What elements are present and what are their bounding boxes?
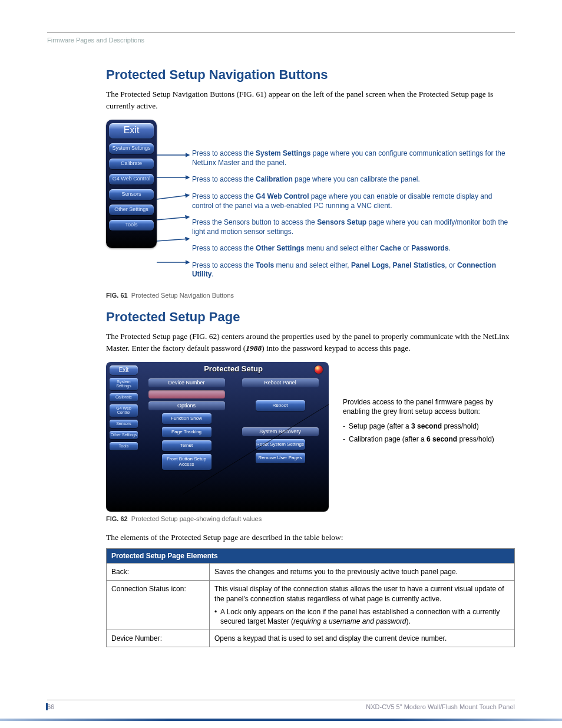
figure-62: Exit System Settings Calibrate G4 Web Co… [106, 362, 515, 512]
heading-nav-buttons: Protected Setup Navigation Buttons [106, 67, 515, 83]
setup-window-title: Protected Setup [204, 364, 263, 373]
setup-side-g4web[interactable]: G4 Web Control [110, 404, 138, 417]
nav-panel: Exit System Settings Calibrate G4 Web Co… [106, 120, 157, 248]
callout-setup-page: Setup page (after a 3 second press/hold) [343, 421, 515, 431]
options-header: Options [148, 401, 225, 410]
nav-exit-button[interactable]: Exit [109, 123, 154, 139]
svg-line-4 [157, 239, 189, 241]
table-row: Back: Saves the changes and returns you … [107, 564, 515, 581]
remove-user-pages-button[interactable]: Remove User Pages [256, 453, 305, 463]
nav-descriptions: Press to access the System Settings page… [192, 120, 515, 287]
setup-side-sensors[interactable]: Sensors [110, 420, 138, 428]
desc-system-settings: Press to access the System Settings page… [192, 149, 515, 167]
figure-61: Exit System Settings Calibrate G4 Web Co… [106, 120, 515, 287]
reset-system-settings-button[interactable]: Reset System Settings [256, 439, 305, 450]
protected-setup-window: Exit System Settings Calibrate G4 Web Co… [106, 362, 329, 512]
para-nav-intro: The Protected Setup Navigation Buttons (… [106, 88, 515, 111]
front-button-setup-access[interactable]: Front Button Setup Access [162, 454, 211, 470]
table-row: Device Number: Opens a keypad that is us… [107, 630, 515, 647]
callout-calibration-page: Calibration page (after a 6 second press… [343, 434, 515, 444]
reboot-panel-header: Reboot Panel [242, 378, 319, 387]
fig62-callout: Provides access to the panel firmware pa… [343, 362, 515, 512]
svg-line-3 [157, 217, 189, 220]
product-name: NXD-CV5 5" Modero Wall/Flush Mount Touch… [366, 703, 515, 710]
system-recovery-header: System Recovery [242, 427, 319, 436]
desc-other-settings: Press to access the Other Settings menu … [192, 244, 515, 253]
elements-table: Protected Setup Page Elements Back: Save… [106, 548, 515, 647]
nav-calibrate[interactable]: Calibrate [109, 159, 154, 169]
running-header: Firmware Pages and Descriptions [47, 37, 515, 44]
device-number-field[interactable] [148, 390, 225, 398]
device-number-header: Device Number [148, 378, 225, 387]
nav-tools[interactable]: Tools [109, 220, 154, 230]
page-number: 66 [47, 703, 54, 710]
desc-sensors: Press the Sensors button to access the S… [192, 218, 515, 236]
desc-tools: Press to access the Tools menu and selec… [192, 261, 515, 279]
decorative-stripe [0, 719, 562, 721]
desc-calibrate: Press to access the Calibration page whe… [192, 175, 515, 185]
setup-side-other[interactable]: Other Settings [110, 431, 138, 439]
table-row: Connection Status icon: This visual disp… [107, 581, 515, 630]
function-show-button[interactable]: Function Show [162, 413, 211, 424]
setup-exit-button[interactable]: Exit [110, 365, 138, 375]
nav-sensors[interactable]: Sensors [109, 189, 154, 200]
nav-other-settings[interactable]: Other Settings [109, 205, 154, 215]
svg-line-2 [157, 195, 189, 199]
page-footer: 66 NXD-CV5 5" Modero Wall/Flush Mount To… [47, 700, 515, 710]
nav-g4-web-control[interactable]: G4 Web Control [109, 174, 154, 185]
page-tracking-button[interactable]: Page Tracking [162, 427, 211, 437]
setup-side-calibrate[interactable]: Calibrate [110, 393, 138, 401]
para-setup-intro: The Protected Setup page (FIG. 62) cente… [106, 331, 515, 354]
elements-intro: The elements of the Protected Setup page… [106, 533, 515, 542]
setup-side-system[interactable]: System Settings [110, 378, 138, 390]
telnet-button[interactable]: Telnet [162, 440, 211, 451]
reboot-button[interactable]: Reboot [256, 400, 305, 411]
heading-setup-page: Protected Setup Page [106, 309, 515, 325]
nav-system-settings[interactable]: System Settings [109, 143, 154, 154]
connection-status-icon [315, 365, 323, 374]
table-header: Protected Setup Page Elements [107, 549, 515, 564]
desc-g4-web: Press to access the G4 Web Control page … [192, 192, 515, 210]
setup-side-tools[interactable]: Tools [110, 442, 138, 450]
fig62-caption: FIG. 62 Protected Setup page-showing def… [106, 515, 515, 522]
